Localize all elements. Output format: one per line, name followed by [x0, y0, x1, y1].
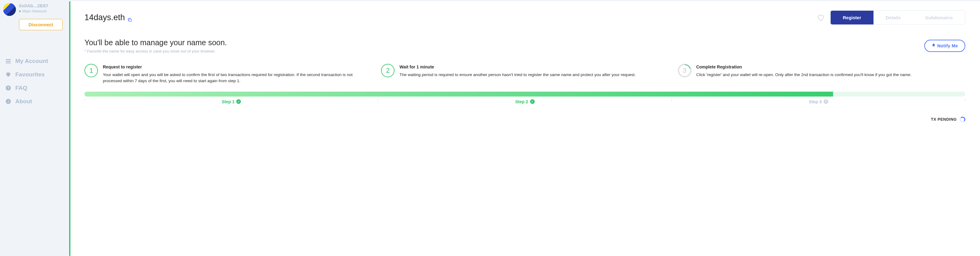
header-right: Register Details Subdomains	[817, 10, 965, 25]
copy-icon[interactable]	[127, 15, 133, 21]
step-description: The waiting period is required to ensure…	[399, 72, 636, 78]
step-description: Your wallet will open and you will be as…	[103, 72, 372, 84]
nav-label: Favourites	[15, 71, 45, 78]
step-label-text: Step 1	[221, 99, 234, 104]
nav-item-favourites[interactable]: Favourites	[5, 71, 66, 78]
steps-row: 1 Request to register Your wallet will o…	[84, 64, 965, 84]
step-label-1: Step 1 ✓	[218, 99, 244, 104]
avatar	[3, 3, 16, 16]
disconnect-button[interactable]: Disconnect	[19, 19, 63, 30]
step-number-circle: 3	[678, 64, 691, 77]
active-indicator	[69, 1, 70, 256]
nav-label: FAQ	[15, 85, 27, 91]
step-label-segment-1: Step 1 ✓	[84, 101, 378, 106]
svg-rect-1	[6, 61, 11, 62]
step-label-text: Step 2	[515, 99, 528, 104]
tx-pending-label: TX PENDING	[931, 117, 957, 122]
question-circle-icon: ?	[824, 99, 828, 104]
check-circle-icon: ✓	[530, 99, 535, 104]
step-body: Request to register Your wallet will ope…	[103, 64, 372, 84]
step-title: Request to register	[103, 64, 372, 70]
question-circle-icon: ?	[5, 85, 12, 91]
step-number-circle: 2	[381, 64, 395, 77]
tab-register[interactable]: Register	[830, 11, 873, 24]
section-head-text: You'll be able to manage your name soon.…	[84, 38, 227, 54]
nav-label: About	[15, 98, 32, 105]
hamburger-icon	[5, 58, 12, 65]
network-status-dot	[19, 10, 21, 12]
step-num: 3	[683, 66, 686, 74]
step-label-text: Step 3	[809, 99, 822, 104]
step-label-segment-2: Step 2 ✓	[378, 101, 671, 106]
step-labels: Step 1 ✓ Step 2 ✓ Step 3 ?	[84, 101, 965, 106]
step-description: Click 'register' and your wallet will re…	[696, 72, 912, 78]
step-number-circle: 1	[84, 64, 98, 77]
step-label-2: Step 2 ✓	[512, 99, 538, 104]
content: 14days.eth Register Details Subdomains Y…	[70, 1, 980, 256]
info-circle-icon: i	[5, 98, 12, 105]
step-3: 3 Complete Registration Click 'register'…	[678, 64, 965, 84]
section-subtitle: * Favorite the name for easy access in c…	[84, 49, 227, 54]
step-1: 1 Request to register Your wallet will o…	[84, 64, 372, 84]
nav: My Account Favourites ? FAQ i About	[3, 58, 66, 105]
tab-details[interactable]: Details	[873, 11, 913, 24]
wallet-meta: 0x0Ab...2E87 Main Network	[19, 3, 48, 13]
header-row: 14days.eth Register Details Subdomains	[84, 10, 965, 25]
step-title: Wait for 1 minute	[399, 64, 636, 70]
spinner-icon	[960, 117, 965, 122]
step-body: Complete Registration Click 'register' a…	[696, 64, 912, 84]
section-head: You'll be able to manage your name soon.…	[84, 38, 965, 54]
section-title: You'll be able to manage your name soon.	[84, 38, 227, 47]
progress-fill	[84, 92, 833, 96]
step-num: 1	[89, 66, 93, 74]
svg-rect-2	[6, 63, 11, 63]
svg-rect-0	[6, 59, 11, 60]
wallet-address: 0x0Ab...2E87	[19, 3, 48, 8]
step-label-3: Step 3 ?	[806, 99, 831, 104]
nav-item-my-account[interactable]: My Account	[5, 58, 66, 65]
check-circle-icon: ✓	[236, 99, 241, 104]
heart-icon	[5, 71, 12, 78]
tab-subdomains[interactable]: Subdomains	[913, 11, 965, 24]
bell-icon	[932, 43, 935, 48]
content-wrap: 14days.eth Register Details Subdomains Y…	[69, 0, 980, 256]
favourite-heart-icon[interactable]	[817, 14, 825, 22]
step-body: Wait for 1 minute The waiting period is …	[399, 64, 636, 84]
wallet-block: 0x0Ab...2E87 Main Network	[3, 0, 66, 18]
svg-text:?: ?	[7, 86, 9, 90]
step-2: 2 Wait for 1 minute The waiting period i…	[381, 64, 668, 84]
tabs: Register Details Subdomains	[830, 10, 965, 25]
step-title: Complete Registration	[696, 64, 912, 70]
progress-bar	[84, 92, 965, 96]
nav-item-about[interactable]: i About	[5, 98, 66, 105]
tx-pending-row: TX PENDING	[84, 117, 965, 122]
svg-text:i: i	[8, 99, 9, 103]
svg-rect-7	[129, 19, 131, 21]
step-label-segment-3: Step 3 ?	[672, 101, 965, 106]
wallet-network: Main Network	[19, 9, 48, 13]
domain-name: 14days.eth	[84, 13, 125, 22]
nav-label: My Account	[15, 58, 48, 65]
step-num: 2	[386, 66, 390, 74]
network-label: Main Network	[22, 9, 46, 13]
notify-me-button[interactable]: Notify Me	[924, 40, 966, 52]
nav-item-faq[interactable]: ? FAQ	[5, 85, 66, 91]
sidebar: 0x0Ab...2E87 Main Network Disconnect My …	[0, 0, 69, 256]
domain-title: 14days.eth	[84, 13, 133, 22]
notify-label: Notify Me	[937, 43, 958, 48]
